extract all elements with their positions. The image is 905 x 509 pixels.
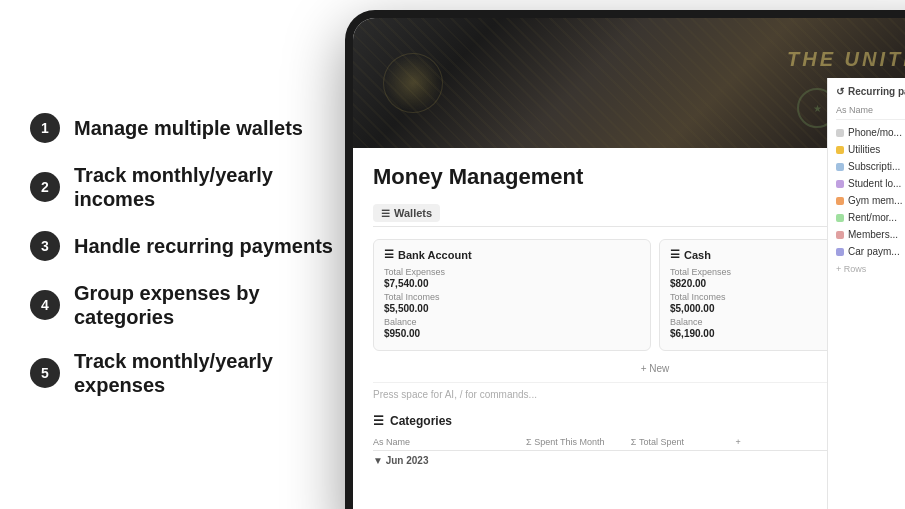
- feature-number: 1: [30, 113, 60, 143]
- feature-item-3: 3 Handle recurring payments: [30, 221, 350, 271]
- expense-label: Total Expenses: [384, 267, 640, 277]
- right-panel: ★ THE UNITED Money Management ☰ Wallets: [370, 0, 905, 509]
- wallet-card-0: ☰ Bank Account Total Expenses $7,540.00 …: [373, 239, 651, 351]
- recurring-item-label: Student lo...: [848, 178, 901, 189]
- add-new-button[interactable]: + New: [373, 359, 905, 378]
- recurring-item-3: Student lo...: [836, 175, 905, 192]
- feature-number: 2: [30, 172, 60, 202]
- tabs-row: ☰ Wallets: [373, 204, 905, 227]
- expense-value: $7,540.00: [384, 278, 640, 289]
- recurring-items-list: Phone/mo... Utilities Subscripti... Stud…: [836, 124, 905, 260]
- col-total-spent: Σ Total Spent: [631, 437, 728, 447]
- income-label: Total Incomes: [384, 292, 640, 302]
- feature-text: Group expenses by categories: [74, 281, 350, 329]
- recurring-item-label: Car paym...: [848, 246, 900, 257]
- recurring-item-6: Members...: [836, 226, 905, 243]
- recurring-dot: [836, 248, 844, 256]
- wallet-balance-row: Balance $950.00: [384, 317, 640, 339]
- recurring-item-4: Gym mem...: [836, 192, 905, 209]
- wallet-income-row: Total Incomes $5,500.00: [384, 292, 640, 314]
- wallets-grid: ☰ Bank Account Total Expenses $7,540.00 …: [373, 239, 905, 351]
- wallet-icon: ☰: [384, 248, 394, 261]
- feature-list: 1 Manage multiple wallets 2 Track monthl…: [0, 73, 370, 437]
- recurring-item-label: Rent/mor...: [848, 212, 897, 223]
- wallet-expense-row: Total Expenses $7,540.00: [384, 267, 640, 289]
- month-tag: ▼ Jun 2023: [373, 455, 905, 466]
- feature-text: Track monthly/yearly expenses: [74, 349, 350, 397]
- income-value: $5,500.00: [384, 303, 640, 314]
- recurring-item-1: Utilities: [836, 141, 905, 158]
- col-name: As Name: [373, 437, 518, 447]
- recurring-dot: [836, 129, 844, 137]
- col-spent-month: Σ Spent This Month: [526, 437, 623, 447]
- wallet-icon: ☰: [670, 248, 680, 261]
- feature-item-1: 1 Manage multiple wallets: [30, 103, 350, 153]
- recurring-dot: [836, 180, 844, 188]
- feature-text: Track monthly/yearly incomes: [74, 163, 350, 211]
- recurring-item-2: Subscripti...: [836, 158, 905, 175]
- wallet-title: ☰ Bank Account: [384, 248, 640, 261]
- recurring-icon: ↺: [836, 86, 844, 97]
- bill-portrait: [383, 53, 443, 113]
- recurring-panel: ↺ Recurring pay... As Name Phone/mo... U…: [827, 78, 905, 509]
- recurring-label: Recurring pay...: [848, 86, 905, 97]
- feature-number: 3: [30, 231, 60, 261]
- feature-item-2: 2 Track monthly/yearly incomes: [30, 153, 350, 221]
- recurring-dot: [836, 231, 844, 239]
- categories-header: ☰ Categories: [373, 414, 905, 428]
- col-add[interactable]: +: [736, 437, 833, 447]
- recurring-dot: [836, 214, 844, 222]
- feature-number: 5: [30, 358, 60, 388]
- categories-table-header: As Name Σ Spent This Month Σ Total Spent…: [373, 434, 905, 451]
- app-title: Money Management: [373, 164, 905, 190]
- recurring-item-label: Utilities: [848, 144, 880, 155]
- recurring-item-label: Phone/mo...: [848, 127, 902, 138]
- recurring-col-label: As Name: [836, 105, 905, 120]
- balance-value: $950.00: [384, 328, 640, 339]
- recurring-title: ↺ Recurring pay...: [836, 86, 905, 97]
- device-screen: ★ THE UNITED Money Management ☰ Wallets: [353, 18, 905, 509]
- recurring-dot: [836, 197, 844, 205]
- wallets-icon: ☰: [381, 208, 390, 219]
- categories-label: Categories: [390, 414, 452, 428]
- recurring-item-label: Members...: [848, 229, 898, 240]
- feature-item-4: 4 Group expenses by categories: [30, 271, 350, 339]
- command-hint: Press space for AI, / for commands...: [373, 382, 905, 406]
- feature-item-5: 5 Track monthly/yearly expenses: [30, 339, 350, 407]
- add-rows-button[interactable]: + Rows: [836, 264, 905, 274]
- recurring-item-0: Phone/mo...: [836, 124, 905, 141]
- recurring-dot: [836, 163, 844, 171]
- tab-wallets[interactable]: ☰ Wallets: [373, 204, 440, 222]
- banner-image: ★ THE UNITED: [353, 18, 905, 148]
- balance-label: Balance: [384, 317, 640, 327]
- recurring-item-7: Car paym...: [836, 243, 905, 260]
- categories-icon: ☰: [373, 414, 384, 428]
- recurring-item-label: Subscripti...: [848, 161, 900, 172]
- device-frame: ★ THE UNITED Money Management ☰ Wallets: [345, 10, 905, 509]
- feature-text: Manage multiple wallets: [74, 116, 303, 140]
- notion-content: Money Management ☰ Wallets ☰ Bank Accoun…: [353, 148, 905, 482]
- feature-number: 4: [30, 290, 60, 320]
- banner-text: THE UNITED: [787, 48, 905, 71]
- feature-text: Handle recurring payments: [74, 234, 333, 258]
- recurring-dot: [836, 146, 844, 154]
- recurring-item-5: Rent/mor...: [836, 209, 905, 226]
- tab-wallets-label: Wallets: [394, 207, 432, 219]
- recurring-item-label: Gym mem...: [848, 195, 902, 206]
